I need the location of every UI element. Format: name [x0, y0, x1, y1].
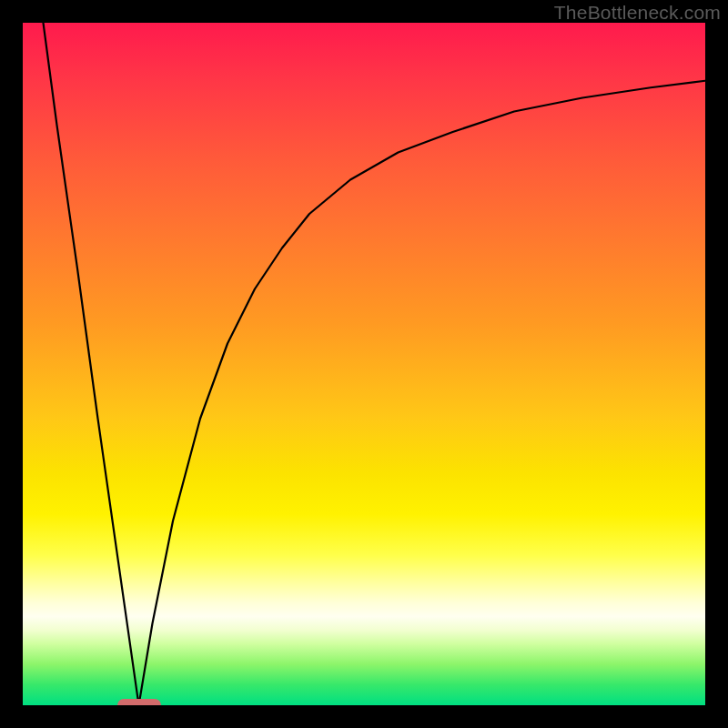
- curve-path: [44, 23, 706, 705]
- nadir-marker: [117, 699, 161, 705]
- chart-frame: TheBottleneck.com: [0, 0, 728, 728]
- plot-area: [23, 23, 705, 705]
- bottleneck-curve: [23, 23, 705, 705]
- watermark-text: TheBottleneck.com: [554, 2, 721, 24]
